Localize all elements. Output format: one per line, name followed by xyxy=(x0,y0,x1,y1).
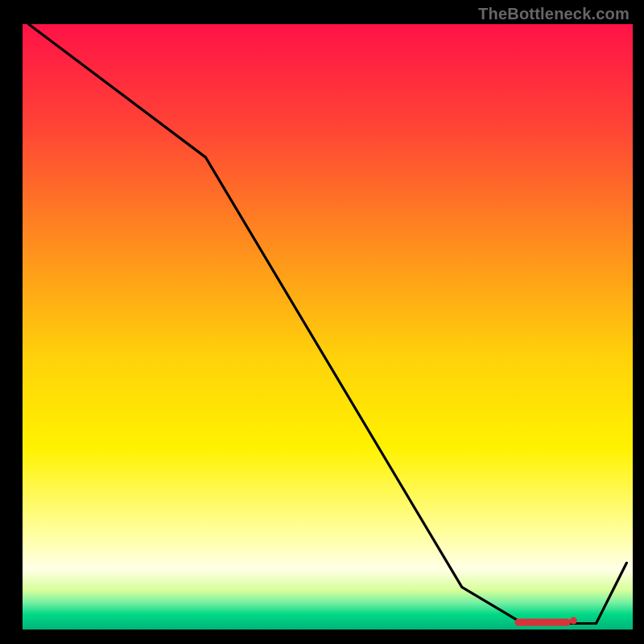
optimal-marker-tail xyxy=(570,617,577,625)
chart-stage: TheBottleneck.com xyxy=(0,0,644,644)
bottleneck-chart xyxy=(0,0,644,644)
plot-area xyxy=(23,24,633,630)
watermark-text: TheBottleneck.com xyxy=(478,5,630,23)
optimal-marker xyxy=(556,618,571,625)
